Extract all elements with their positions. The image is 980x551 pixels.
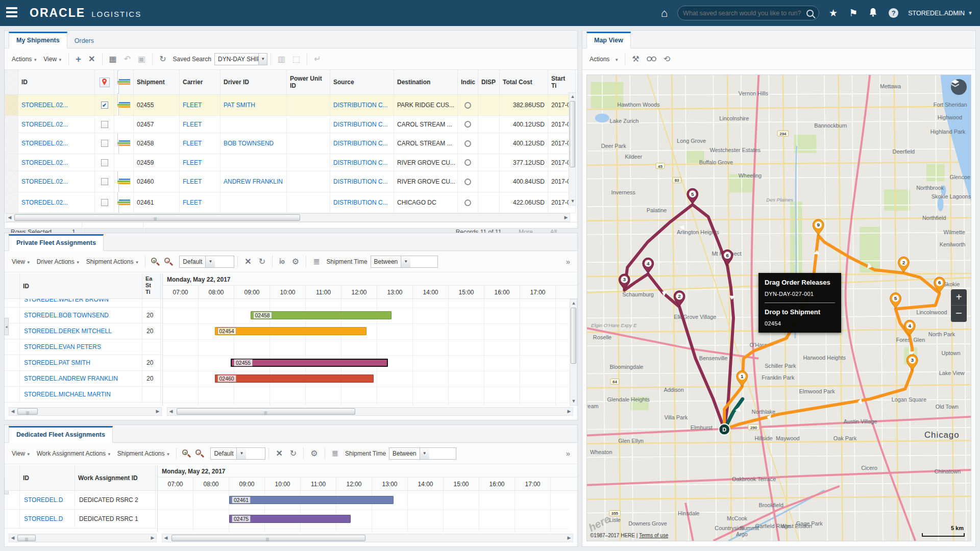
col-id[interactable]: ID — [18, 70, 95, 95]
gantt-chart-scrollbar[interactable]: ◀|||▶ — [167, 407, 573, 416]
go-icon[interactable]: ↵ — [310, 54, 324, 64]
settings-gear-icon[interactable]: ⚙ — [307, 448, 321, 459]
col-power-unit[interactable]: Power Unit ID — [287, 70, 330, 95]
gantt-resource-row[interactable]: STOREDEL.EVAN PETERS — [5, 339, 162, 355]
shipment-row[interactable]: STOREDEL.02...✔02455FLEETPAT SMITHDISTRI… — [5, 95, 576, 116]
clear-icon[interactable]: ✕ — [272, 448, 286, 459]
row-handle[interactable] — [5, 192, 18, 213]
map-zoom-out-button[interactable]: − — [951, 306, 967, 321]
undo-icon[interactable]: ↶ — [120, 54, 134, 64]
gantt-shipment-bar[interactable]: 02461 — [229, 496, 394, 504]
gantt-chart-icon[interactable] — [117, 192, 130, 213]
tab-orders[interactable]: Orders — [67, 33, 101, 48]
shipment-actions-menu-button[interactable]: Shipment Actions▼ — [83, 256, 142, 267]
source-link[interactable]: DISTRIBUTION C... — [333, 102, 388, 109]
gantt-col-work-assignment[interactable]: Work Assignment ID — [75, 465, 156, 490]
row-checkbox[interactable] — [101, 159, 108, 166]
shipments-vertical-scrollbar[interactable]: ▲ ▼ — [569, 92, 576, 206]
row-checkbox[interactable] — [101, 178, 108, 185]
freeze-columns-icon[interactable]: ▥ — [274, 54, 289, 64]
col-total-cost[interactable]: Total Cost — [500, 70, 548, 95]
driver-id-link[interactable]: STOREDEL.PAT SMITH — [24, 359, 90, 366]
gantt-resource-row[interactable]: STOREDEL.BOB TOWNSEND20 — [5, 308, 162, 323]
col-chart[interactable] — [114, 70, 134, 95]
driver-id-link[interactable]: STOREDEL.EVAN PETERS — [24, 343, 101, 350]
gantt-resource-row[interactable]: STOREDEL.ANDREW FRANKLIN20 — [5, 371, 162, 387]
overflow-chevron-icon[interactable]: » — [566, 449, 573, 458]
gantt-shipment-bar[interactable]: 02455 — [231, 359, 388, 367]
driver-id-link[interactable]: STOREDEL.ANDREW FRANKLIN — [24, 375, 118, 382]
user-menu[interactable]: STOREDEL.ADMIN — [908, 10, 965, 17]
favorites-star-icon[interactable]: ★ — [829, 8, 838, 18]
delete-icon[interactable]: ✕ — [85, 54, 99, 64]
col-map-pin[interactable] — [95, 70, 114, 95]
shipment-id-link[interactable]: STOREDEL.02... — [21, 121, 68, 128]
view-menu-button[interactable]: View▼ — [9, 256, 34, 267]
gantt-chart-icon[interactable] — [117, 95, 130, 116]
tab-map-view[interactable]: Map View — [586, 32, 631, 48]
clear-icon[interactable]: ✕ — [241, 257, 255, 267]
settings-gear-icon[interactable]: ⚙ — [288, 257, 303, 267]
carrier-link[interactable]: FLEET — [183, 140, 202, 147]
row-handle[interactable] — [5, 171, 18, 192]
tab-private-fleet-assignments[interactable]: Private Fleet Assignments — [9, 234, 104, 251]
gantt-col-id[interactable]: ID — [20, 273, 142, 298]
driver-id-link[interactable]: STOREDEL.MICHAEL MARTIN — [24, 391, 111, 398]
resource-id-link[interactable]: STOREDEL.D — [24, 496, 63, 504]
legend-list-icon[interactable]: ≣ — [328, 448, 342, 459]
marquee-select-icon[interactable]: ⬚ — [289, 54, 304, 64]
col-carrier[interactable]: Carrier — [180, 70, 220, 95]
io-options-icon[interactable]: i̇o — [276, 258, 288, 266]
hamburger-menu-icon[interactable] — [6, 7, 19, 18]
search-input[interactable] — [683, 10, 806, 17]
carrier-link[interactable]: FLEET — [183, 102, 202, 109]
map-layers-button[interactable] — [951, 79, 967, 95]
resource-id-link[interactable]: STOREDEL.D — [24, 515, 63, 522]
carrier-link[interactable]: FLEET — [183, 178, 202, 185]
source-link[interactable]: DISTRIBUTION C... — [333, 140, 388, 147]
row-handle[interactable] — [5, 154, 18, 171]
refresh-icon[interactable]: ↻ — [156, 54, 169, 64]
zoom-in-icon[interactable]: + — [151, 257, 160, 266]
driver-link[interactable]: ANDREW FRANKLIN — [224, 178, 283, 185]
map-canvas[interactable]: 458329464290355 Hawthorn WoodsVernon Hil… — [586, 74, 971, 541]
detach-table-icon[interactable]: ▦ — [106, 54, 120, 64]
driver-id-link[interactable]: STOREDEL.DEREK MITCHELL — [24, 328, 112, 335]
shipment-row[interactable]: STOREDEL.02...02459FLEETDISTRIBUTION C..… — [5, 154, 576, 171]
row-checkbox[interactable] — [101, 140, 108, 147]
shipment-id-link[interactable]: STOREDEL.02... — [21, 140, 68, 147]
gantt-col-earliest-start[interactable]: Ea St Ti — [142, 273, 161, 298]
col-disp[interactable]: DISP — [478, 70, 500, 95]
gantt-preset-select[interactable]: Default▼ — [210, 447, 265, 460]
carrier-link[interactable]: FLEET — [183, 199, 202, 206]
map-zoom-in-button[interactable]: + — [951, 289, 967, 306]
refresh-icon[interactable]: ↻ — [255, 257, 269, 267]
col-start-time[interactable]: Start Ti — [548, 70, 576, 95]
binoculars-icon[interactable] — [643, 54, 660, 64]
gantt-shipment-bar[interactable]: 02454 — [215, 327, 367, 335]
row-checkbox[interactable]: ✔ — [101, 102, 108, 109]
terms-of-use-link[interactable]: Terms of use — [639, 533, 668, 538]
add-icon[interactable]: + — [72, 53, 85, 65]
tab-dedicated-fleet-assignments[interactable]: Dedicated Fleet Assignments — [9, 426, 113, 443]
reposition-map-icon[interactable]: ⟲ — [660, 54, 674, 64]
shipment-row[interactable]: STOREDEL.02...02461FLEETDISTRIBUTION C..… — [5, 192, 576, 213]
gantt-resource-row[interactable]: STOREDEL.DDEDICATED RSRC 1 — [5, 510, 157, 529]
gantt-preset-select[interactable]: Default▼ — [179, 256, 234, 268]
save-icon[interactable]: ▣ — [134, 54, 149, 64]
shipments-horizontal-scrollbar[interactable]: ◀ ||| ▶ — [6, 213, 570, 222]
map-pin-icon[interactable] — [100, 78, 110, 87]
view-menu-button[interactable]: View▼ — [9, 448, 34, 459]
carrier-link[interactable]: FLEET — [183, 159, 202, 166]
search-icon[interactable] — [806, 10, 814, 17]
gantt-chart-icon[interactable] — [117, 133, 130, 154]
gantt-shipment-bar[interactable]: 02475 — [229, 515, 351, 523]
shipment-actions-menu-button[interactable]: Shipment Actions▼ — [114, 448, 174, 459]
source-link[interactable]: DISTRIBUTION C... — [333, 159, 388, 166]
gantt-left-scrollbar[interactable]: ◀|||▶ — [9, 407, 162, 416]
legend-list-icon[interactable]: ≣ — [309, 257, 323, 267]
gantt-resource-row[interactable]: STOREDEL.DDEDICATED RSRC 2 — [5, 491, 157, 510]
actions-menu-button[interactable]: Actions▼ — [9, 54, 40, 65]
col-indic[interactable]: Indic — [458, 70, 478, 95]
driver-id-link[interactable]: STOREDEL.BOB TOWNSEND — [24, 312, 109, 319]
